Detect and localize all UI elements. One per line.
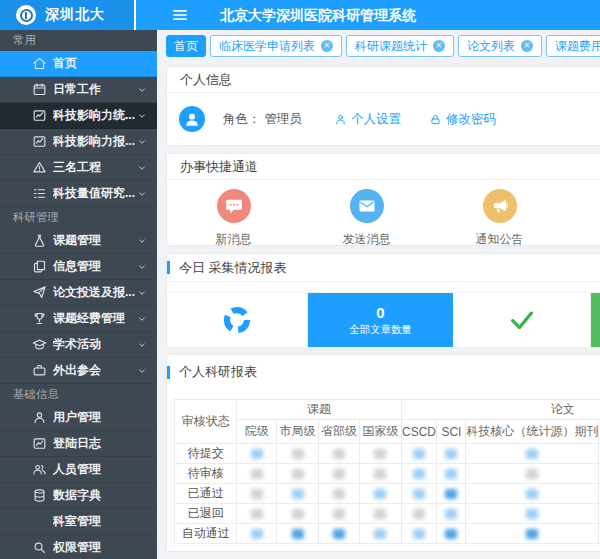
blurred-value <box>292 469 304 479</box>
quick-item-label: 通知公告 <box>476 231 524 248</box>
blurred-value <box>292 509 304 519</box>
blurred-value[interactable] <box>374 489 386 499</box>
menu-toggle-icon[interactable] <box>171 6 189 24</box>
tab-close-icon[interactable]: × <box>321 40 333 52</box>
quick-item[interactable]: 新消息 <box>167 189 300 248</box>
row-status-label: 自动通过 <box>175 524 237 544</box>
change-password-link[interactable]: 修改密码 <box>429 111 496 128</box>
blurred-value[interactable] <box>413 449 425 459</box>
chevron-down-icon <box>137 137 147 147</box>
sidebar-item[interactable]: 课题管理 <box>0 228 157 254</box>
blurred-value[interactable] <box>333 529 345 539</box>
table-row: 待审核 <box>175 464 600 484</box>
blurred-value[interactable] <box>374 529 386 539</box>
trophy-icon <box>32 311 48 327</box>
chevron-down-icon <box>137 111 147 121</box>
icon <box>32 514 48 530</box>
blurred-value[interactable] <box>292 489 304 499</box>
top-header: 深圳北大 北京大学深圳医院科研管理系统 <box>0 0 600 30</box>
chevron-down-icon <box>137 236 147 246</box>
stat-fill-cell <box>591 293 600 347</box>
tab[interactable]: 论文列表× <box>458 35 542 57</box>
sidebar-item[interactable]: 科技影响力报... <box>0 129 157 155</box>
sidebar-item[interactable]: 论文投送及报... <box>0 280 157 306</box>
sidebar-item[interactable]: 学术活动 <box>0 332 157 358</box>
sidebar-item[interactable]: 权限管理 <box>0 535 157 559</box>
row-status-label: 已通过 <box>175 484 237 504</box>
sidebar-item[interactable]: 登陆日志 <box>0 431 157 457</box>
table-cell <box>237 524 277 544</box>
tab[interactable]: 课题费用报表× <box>546 35 600 57</box>
table-cell <box>466 464 599 484</box>
blurred-value[interactable] <box>526 529 538 539</box>
blurred-value[interactable] <box>413 469 425 479</box>
sidebar-item-label: 人员管理 <box>53 461 157 478</box>
sidebar-item[interactable]: 外出参会 <box>0 358 157 384</box>
sidebar-item[interactable]: 课题经费管理 <box>0 306 157 332</box>
sidebar-item[interactable]: 数据字典 <box>0 483 157 509</box>
blurred-value[interactable] <box>526 489 538 499</box>
table-cell <box>360 444 401 464</box>
blurred-value[interactable] <box>526 509 538 519</box>
table-cell <box>466 504 599 524</box>
quick-items: 新消息发送消息通知公告 <box>167 180 600 248</box>
accent-bar <box>167 261 170 274</box>
quick-item[interactable]: 通知公告 <box>433 189 566 248</box>
tab[interactable]: 临床医学申请列表× <box>210 35 342 57</box>
blurred-value[interactable] <box>445 469 457 479</box>
app-logo: 深圳北大 <box>0 0 136 30</box>
tab-close-icon[interactable]: × <box>433 40 445 52</box>
stat-value: 0 <box>376 304 384 321</box>
sidebar-section-label: 常用 <box>0 30 157 51</box>
table-cell <box>318 504 359 524</box>
sidebar-item[interactable]: 首页 <box>0 51 157 77</box>
table-cell <box>401 444 437 464</box>
sidebar-section-label: 基础信息 <box>0 384 157 405</box>
blurred-value[interactable] <box>251 529 263 539</box>
blurred-value <box>374 509 386 519</box>
panel-title: 办事快捷通道 <box>180 158 258 176</box>
sidebar-item[interactable]: 科室管理 <box>0 509 157 535</box>
blurred-value[interactable] <box>445 489 457 499</box>
blurred-value[interactable] <box>413 489 425 499</box>
table-cell <box>360 524 401 544</box>
table-cell <box>466 484 599 504</box>
stat-card[interactable]: 0全部文章数量 <box>308 293 453 347</box>
personal-report-header: 个人科研报表 <box>167 355 600 389</box>
chevron-down-icon <box>137 288 147 298</box>
users-icon <box>32 462 48 478</box>
blurred-value[interactable] <box>445 509 457 519</box>
blurred-value <box>413 509 425 519</box>
tab-label: 临床医学申请列表 <box>219 38 315 55</box>
chart-box-icon <box>32 108 48 124</box>
personal-settings-link[interactable]: 个人设置 <box>334 111 401 128</box>
sidebar-item[interactable]: 三名工程 <box>0 155 157 181</box>
sidebar-item[interactable]: 用户管理 <box>0 405 157 431</box>
table-cell <box>277 464 318 484</box>
table-cell <box>437 484 466 504</box>
blurred-value[interactable] <box>445 449 457 459</box>
blurred-value[interactable] <box>445 529 457 539</box>
sidebar-item[interactable]: 信息管理 <box>0 254 157 280</box>
quick-item-label: 发送消息 <box>343 231 391 248</box>
sidebar-item[interactable]: 日常工作 <box>0 77 157 103</box>
quick-item[interactable]: 发送消息 <box>300 189 433 248</box>
sidebar-item[interactable]: 科技量值研究... <box>0 181 157 207</box>
table-cell <box>277 444 318 464</box>
sidebar-item-label: 登陆日志 <box>53 435 157 452</box>
sidebar-item[interactable]: 科技影响力统... <box>0 103 157 129</box>
list-icon <box>32 186 48 202</box>
tab[interactable]: 科研课题统计× <box>346 35 454 57</box>
link-label: 修改密码 <box>446 111 496 128</box>
blurred-value[interactable] <box>526 449 538 459</box>
blurred-value[interactable] <box>251 449 263 459</box>
tab[interactable]: 首页 <box>166 35 206 57</box>
sidebar-item-label: 权限管理 <box>53 539 157 556</box>
blurred-value[interactable] <box>292 529 304 539</box>
hospital-logo-icon <box>16 5 36 25</box>
today-report-header: 今日 采集情况报表 <box>167 254 600 282</box>
blurred-value[interactable] <box>413 529 425 539</box>
tab-close-icon[interactable]: × <box>521 40 533 52</box>
sidebar-item[interactable]: 人员管理 <box>0 457 157 483</box>
table-column-header: CSCD <box>401 420 437 444</box>
